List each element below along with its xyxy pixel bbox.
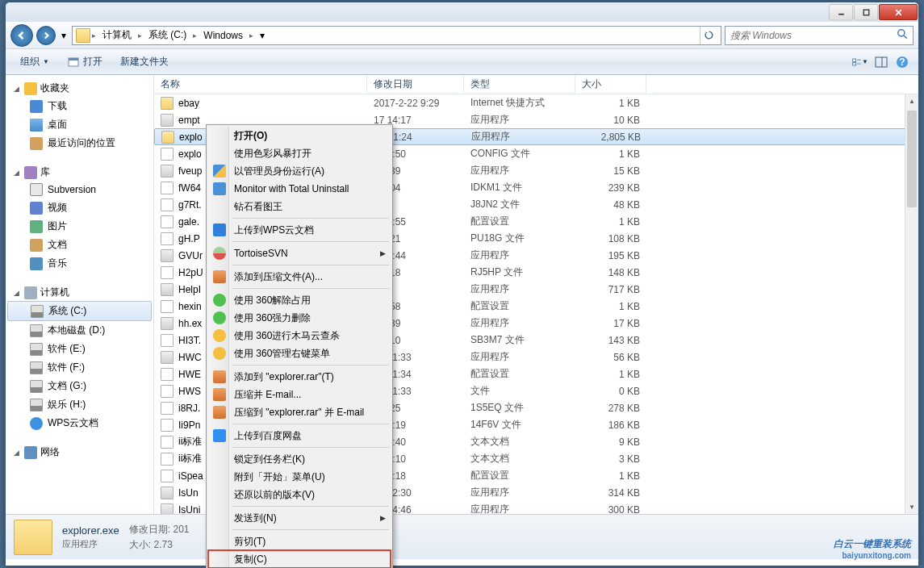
context-item[interactable]: 添加到压缩文件(A)... [208, 268, 391, 286]
sidebar-item[interactable]: 图片 [6, 217, 153, 236]
sidebar-item[interactable]: Subversion [6, 181, 153, 198]
search-input[interactable] [730, 30, 897, 41]
sidebar-item[interactable]: 文档 [6, 236, 153, 254]
history-dropdown[interactable]: ▾ [59, 24, 69, 47]
sidebar-item[interactable]: 娱乐 (H:) [6, 395, 153, 414]
address-dropdown[interactable]: ▾ [255, 27, 270, 44]
context-item-icon [213, 165, 226, 178]
organize-button[interactable]: 组织▼ [12, 52, 57, 72]
sidebar-item[interactable]: 视频 [6, 198, 153, 217]
file-icon [161, 503, 174, 515]
breadcrumb-computer[interactable]: 计算机 [98, 27, 136, 44]
column-name[interactable]: 名称 [154, 75, 367, 94]
context-item[interactable]: 使用 360管理右键菜单 [208, 345, 391, 362]
context-item[interactable]: 打开(O) [208, 127, 391, 144]
view-options-button[interactable]: ▼ [851, 52, 870, 72]
sidebar-item[interactable]: WPS云文档 [6, 414, 153, 432]
help-button[interactable]: ? [893, 52, 912, 72]
column-size[interactable]: 大小 [575, 75, 646, 94]
open-button[interactable]: 打开 [59, 52, 111, 72]
svg-rect-9 [853, 62, 856, 65]
sidebar-item[interactable]: 最近访问的位置 [6, 134, 153, 152]
context-item[interactable]: 锁定到任务栏(K) [208, 450, 391, 468]
sidebar-item[interactable]: 软件 (E:) [6, 340, 153, 358]
context-item[interactable]: 使用 360解除占用 [208, 291, 391, 309]
sidebar-item[interactable]: 软件 (F:) [6, 358, 153, 377]
context-item[interactable]: 添加到 "explorer.rar"(T) [208, 368, 391, 386]
context-item[interactable]: 以管理员身份运行(A) [208, 162, 391, 180]
context-item[interactable]: 钻石看图王 [208, 198, 391, 215]
sidebar-item[interactable]: 系统 (C:) [7, 301, 152, 321]
file-name: g7Rt. [178, 199, 202, 211]
forward-button[interactable] [36, 26, 56, 45]
chevron-right-icon: ▸ [249, 31, 253, 40]
content-area: ◢收藏夹下载桌面最近访问的位置◢库Subversion视频图片文档音乐◢计算机系… [6, 75, 918, 514]
context-item[interactable]: 使用 360进行木马云查杀 [208, 327, 391, 345]
scroll-down-button[interactable]: ▼ [905, 500, 918, 514]
sidebar-item[interactable]: 本地磁盘 (D:) [6, 321, 153, 340]
file-name: GVUr [178, 250, 203, 261]
context-item-label: 添加到 "explorer.rar"(T) [234, 370, 334, 384]
search-box[interactable] [725, 26, 914, 45]
sidebar-computer[interactable]: ◢计算机 [6, 284, 153, 301]
file-row[interactable]: ebay 2017-2-22 9:29 Internet 快捷方式 1 KB [154, 94, 918, 111]
file-name: HWE [178, 369, 201, 380]
sidebar-item[interactable]: 桌面 [6, 115, 153, 134]
file-type: 文本文档 [464, 452, 575, 466]
context-separator [232, 529, 389, 530]
context-item[interactable]: 上传到百度网盘 [208, 427, 391, 445]
context-item[interactable]: 还原以前的版本(V) [208, 486, 391, 503]
breadcrumb-windows[interactable]: Windows [199, 28, 248, 43]
close-button[interactable] [879, 4, 918, 20]
refresh-button[interactable] [700, 27, 717, 44]
file-name: gH.P [178, 233, 200, 244]
scroll-thumb[interactable] [907, 111, 917, 207]
column-type[interactable]: 类型 [464, 75, 575, 94]
context-item[interactable]: 复制(C) [208, 550, 391, 568]
context-item[interactable]: 附到「开始」菜单(U) [208, 468, 391, 486]
file-size: 15 KB [575, 165, 646, 177]
search-icon[interactable] [897, 28, 908, 42]
sidebar-item[interactable]: 下载 [6, 97, 153, 115]
file-icon [161, 470, 174, 482]
file-name: i8RJ. [178, 403, 200, 414]
context-item[interactable]: 压缩到 "explorer.rar" 并 E-mail [208, 403, 391, 421]
preview-pane-button[interactable] [872, 52, 891, 72]
vertical-scrollbar[interactable]: ▲ ▼ [905, 94, 918, 514]
sidebar-item[interactable]: 文档 (G:) [6, 377, 153, 395]
context-item[interactable]: 压缩并 E-mail... [208, 386, 391, 403]
context-separator [232, 241, 389, 242]
status-date-label: 修改日期: [129, 524, 170, 535]
file-name: gale. [178, 216, 199, 228]
file-size: 195 KB [575, 250, 646, 261]
context-item-icon [213, 270, 226, 283]
context-item[interactable]: 上传到WPS云文档 [208, 221, 391, 239]
address-bar[interactable]: ▸ 计算机 ▸ 系统 (C:) ▸ Windows ▸ ▾ [72, 26, 721, 45]
file-name: Ii9Pn [178, 420, 200, 431]
context-item[interactable]: Monitor with Total Uninstall [208, 180, 391, 198]
context-item-label: 使用 360进行木马云查杀 [234, 329, 340, 343]
new-folder-button[interactable]: 新建文件夹 [112, 52, 177, 72]
sidebar-libraries[interactable]: ◢库 [6, 164, 153, 181]
context-item[interactable]: 使用 360强力删除 [208, 309, 391, 327]
file-size: 9 KB [575, 436, 646, 448]
maximize-button[interactable] [854, 4, 878, 20]
file-icon [161, 232, 174, 245]
breadcrumb-drive-c[interactable]: 系统 (C:) [144, 27, 191, 44]
context-item[interactable]: TortoiseSVN ▶ [208, 244, 391, 262]
back-button[interactable] [10, 24, 33, 47]
context-item[interactable]: 使用色彩风暴打开 [208, 144, 391, 162]
sidebar-network[interactable]: ◢网络 [6, 444, 153, 461]
file-type: 应用程序 [464, 113, 575, 127]
sidebar-favorites[interactable]: ◢收藏夹 [6, 80, 153, 97]
column-date[interactable]: 修改日期 [367, 75, 464, 94]
context-item[interactable]: 发送到(N) ▶ [208, 509, 391, 527]
file-name: fW64 [178, 182, 201, 194]
minimize-button[interactable] [829, 4, 853, 20]
context-item-label: 压缩并 E-mail... [234, 388, 301, 402]
file-name: hh.ex [178, 318, 202, 329]
sidebar-item[interactable]: 音乐 [6, 254, 153, 273]
context-item-icon [213, 329, 226, 342]
scroll-up-button[interactable]: ▲ [905, 94, 918, 108]
context-item[interactable]: 剪切(T) [208, 532, 391, 550]
